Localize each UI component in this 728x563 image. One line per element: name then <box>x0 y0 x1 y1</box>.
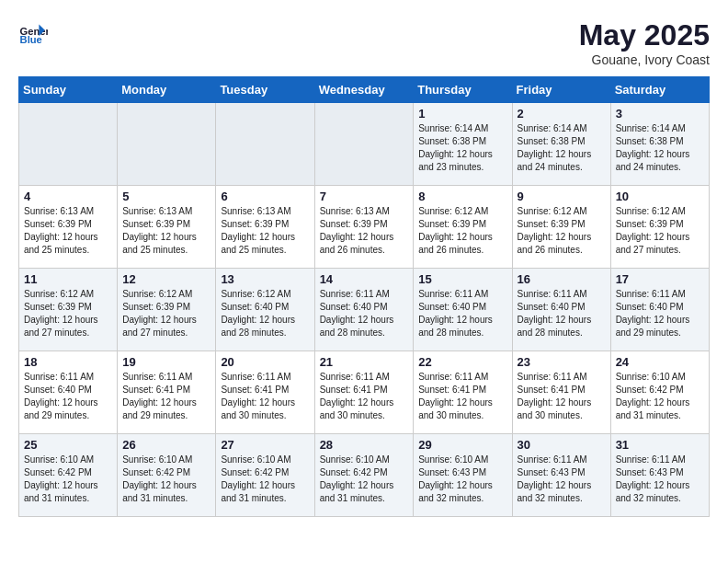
svg-text:Blue: Blue <box>20 34 42 45</box>
calendar-cell-7: 7Sunrise: 6:13 AM Sunset: 6:39 PM Daylig… <box>314 186 414 269</box>
weekday-header-monday: Monday <box>118 77 216 103</box>
day-number: 22 <box>418 355 506 369</box>
day-info: Sunrise: 6:11 AM Sunset: 6:41 PM Dayligh… <box>122 371 210 422</box>
day-info: Sunrise: 6:11 AM Sunset: 6:41 PM Dayligh… <box>418 371 506 422</box>
day-info: Sunrise: 6:13 AM Sunset: 6:39 PM Dayligh… <box>24 205 112 257</box>
day-info: Sunrise: 6:13 AM Sunset: 6:39 PM Dayligh… <box>221 205 309 257</box>
day-info: Sunrise: 6:12 AM Sunset: 6:39 PM Dayligh… <box>616 205 704 257</box>
day-number: 23 <box>518 355 606 369</box>
day-info: Sunrise: 6:11 AM Sunset: 6:40 PM Dayligh… <box>616 288 704 339</box>
day-info: Sunrise: 6:12 AM Sunset: 6:40 PM Dayligh… <box>221 288 309 339</box>
logo: General Blue <box>18 18 48 48</box>
day-info: Sunrise: 6:11 AM Sunset: 6:43 PM Dayligh… <box>616 454 704 505</box>
day-info: Sunrise: 6:12 AM Sunset: 6:39 PM Dayligh… <box>24 288 112 339</box>
day-info: Sunrise: 6:10 AM Sunset: 6:42 PM Dayligh… <box>24 454 112 505</box>
day-number: 20 <box>221 355 309 369</box>
calendar-cell-29: 29Sunrise: 6:10 AM Sunset: 6:43 PM Dayli… <box>414 434 512 517</box>
calendar-table: SundayMondayTuesdayWednesdayThursdayFrid… <box>18 76 710 517</box>
day-number: 29 <box>418 438 506 452</box>
day-info: Sunrise: 6:11 AM Sunset: 6:41 PM Dayligh… <box>320 371 409 422</box>
day-number: 28 <box>320 438 409 452</box>
calendar-cell-14: 14Sunrise: 6:11 AM Sunset: 6:40 PM Dayli… <box>314 269 414 351</box>
day-number: 27 <box>221 438 309 452</box>
day-number: 24 <box>616 355 704 369</box>
day-info: Sunrise: 6:13 AM Sunset: 6:39 PM Dayligh… <box>320 205 409 257</box>
month-year-title: May 2025 <box>579 18 710 52</box>
calendar-cell-28: 28Sunrise: 6:10 AM Sunset: 6:42 PM Dayli… <box>314 434 414 517</box>
weekday-header-sunday: Sunday <box>19 77 118 103</box>
weekday-header-thursday: Thursday <box>414 77 512 103</box>
calendar-cell-18: 18Sunrise: 6:11 AM Sunset: 6:40 PM Dayli… <box>19 351 118 434</box>
day-info: Sunrise: 6:11 AM Sunset: 6:40 PM Dayligh… <box>518 288 606 339</box>
day-number: 4 <box>24 190 112 203</box>
calendar-cell-11: 11Sunrise: 6:12 AM Sunset: 6:39 PM Dayli… <box>19 269 118 351</box>
day-info: Sunrise: 6:14 AM Sunset: 6:38 PM Dayligh… <box>418 122 506 174</box>
day-info: Sunrise: 6:12 AM Sunset: 6:39 PM Dayligh… <box>122 288 210 339</box>
calendar-cell-empty <box>19 103 118 186</box>
calendar-cell-15: 15Sunrise: 6:11 AM Sunset: 6:40 PM Dayli… <box>414 269 512 351</box>
weekday-header-row: SundayMondayTuesdayWednesdayThursdayFrid… <box>19 77 710 103</box>
logo-icon: General Blue <box>18 18 48 48</box>
calendar-cell-3: 3Sunrise: 6:14 AM Sunset: 6:38 PM Daylig… <box>610 103 709 186</box>
day-number: 26 <box>122 438 210 452</box>
day-number: 16 <box>518 272 606 286</box>
calendar-cell-16: 16Sunrise: 6:11 AM Sunset: 6:40 PM Dayli… <box>512 269 610 351</box>
calendar-cell-20: 20Sunrise: 6:11 AM Sunset: 6:41 PM Dayli… <box>216 351 314 434</box>
day-number: 2 <box>518 107 606 121</box>
calendar-week-4: 18Sunrise: 6:11 AM Sunset: 6:40 PM Dayli… <box>19 351 710 434</box>
day-number: 21 <box>320 355 409 369</box>
calendar-cell-22: 22Sunrise: 6:11 AM Sunset: 6:41 PM Dayli… <box>414 351 512 434</box>
calendar-cell-19: 19Sunrise: 6:11 AM Sunset: 6:41 PM Dayli… <box>118 351 216 434</box>
calendar-cell-24: 24Sunrise: 6:10 AM Sunset: 6:42 PM Dayli… <box>610 351 709 434</box>
day-info: Sunrise: 6:11 AM Sunset: 6:40 PM Dayligh… <box>418 288 506 339</box>
calendar-cell-5: 5Sunrise: 6:13 AM Sunset: 6:39 PM Daylig… <box>118 186 216 269</box>
day-number: 7 <box>320 190 409 203</box>
day-number: 9 <box>518 190 606 203</box>
day-info: Sunrise: 6:11 AM Sunset: 6:40 PM Dayligh… <box>24 371 112 422</box>
calendar-cell-empty <box>216 103 314 186</box>
day-number: 12 <box>122 272 210 286</box>
day-info: Sunrise: 6:11 AM Sunset: 6:41 PM Dayligh… <box>221 371 309 422</box>
day-number: 11 <box>24 272 112 286</box>
day-info: Sunrise: 6:13 AM Sunset: 6:39 PM Dayligh… <box>122 205 210 257</box>
day-info: Sunrise: 6:10 AM Sunset: 6:42 PM Dayligh… <box>221 454 309 505</box>
calendar-cell-8: 8Sunrise: 6:12 AM Sunset: 6:39 PM Daylig… <box>414 186 512 269</box>
page-header: General Blue May 2025 Gouane, Ivory Coas… <box>18 18 710 67</box>
location-subtitle: Gouane, Ivory Coast <box>579 52 710 67</box>
calendar-cell-4: 4Sunrise: 6:13 AM Sunset: 6:39 PM Daylig… <box>19 186 118 269</box>
calendar-week-1: 1Sunrise: 6:14 AM Sunset: 6:38 PM Daylig… <box>19 103 710 186</box>
day-info: Sunrise: 6:10 AM Sunset: 6:42 PM Dayligh… <box>320 454 409 505</box>
calendar-cell-25: 25Sunrise: 6:10 AM Sunset: 6:42 PM Dayli… <box>19 434 118 517</box>
calendar-cell-31: 31Sunrise: 6:11 AM Sunset: 6:43 PM Dayli… <box>610 434 709 517</box>
calendar-cell-30: 30Sunrise: 6:11 AM Sunset: 6:43 PM Dayli… <box>512 434 610 517</box>
day-info: Sunrise: 6:10 AM Sunset: 6:42 PM Dayligh… <box>122 454 210 505</box>
weekday-header-saturday: Saturday <box>610 77 709 103</box>
day-info: Sunrise: 6:14 AM Sunset: 6:38 PM Dayligh… <box>616 122 704 174</box>
calendar-cell-26: 26Sunrise: 6:10 AM Sunset: 6:42 PM Dayli… <box>118 434 216 517</box>
day-number: 8 <box>418 190 506 203</box>
day-number: 31 <box>616 438 704 452</box>
title-block: May 2025 Gouane, Ivory Coast <box>579 18 710 67</box>
day-info: Sunrise: 6:10 AM Sunset: 6:43 PM Dayligh… <box>418 454 506 505</box>
calendar-cell-21: 21Sunrise: 6:11 AM Sunset: 6:41 PM Dayli… <box>314 351 414 434</box>
calendar-cell-12: 12Sunrise: 6:12 AM Sunset: 6:39 PM Dayli… <box>118 269 216 351</box>
calendar-week-2: 4Sunrise: 6:13 AM Sunset: 6:39 PM Daylig… <box>19 186 710 269</box>
calendar-cell-13: 13Sunrise: 6:12 AM Sunset: 6:40 PM Dayli… <box>216 269 314 351</box>
day-number: 1 <box>418 107 506 121</box>
day-number: 30 <box>518 438 606 452</box>
calendar-cell-27: 27Sunrise: 6:10 AM Sunset: 6:42 PM Dayli… <box>216 434 314 517</box>
calendar-cell-6: 6Sunrise: 6:13 AM Sunset: 6:39 PM Daylig… <box>216 186 314 269</box>
calendar-week-5: 25Sunrise: 6:10 AM Sunset: 6:42 PM Dayli… <box>19 434 710 517</box>
calendar-cell-1: 1Sunrise: 6:14 AM Sunset: 6:38 PM Daylig… <box>414 103 512 186</box>
day-number: 15 <box>418 272 506 286</box>
day-info: Sunrise: 6:10 AM Sunset: 6:42 PM Dayligh… <box>616 371 704 422</box>
calendar-cell-9: 9Sunrise: 6:12 AM Sunset: 6:39 PM Daylig… <box>512 186 610 269</box>
day-info: Sunrise: 6:11 AM Sunset: 6:41 PM Dayligh… <box>518 371 606 422</box>
day-number: 3 <box>616 107 704 121</box>
day-info: Sunrise: 6:14 AM Sunset: 6:38 PM Dayligh… <box>518 122 606 174</box>
calendar-cell-10: 10Sunrise: 6:12 AM Sunset: 6:39 PM Dayli… <box>610 186 709 269</box>
calendar-cell-2: 2Sunrise: 6:14 AM Sunset: 6:38 PM Daylig… <box>512 103 610 186</box>
calendar-cell-empty <box>118 103 216 186</box>
day-number: 14 <box>320 272 409 286</box>
day-info: Sunrise: 6:12 AM Sunset: 6:39 PM Dayligh… <box>518 205 606 257</box>
